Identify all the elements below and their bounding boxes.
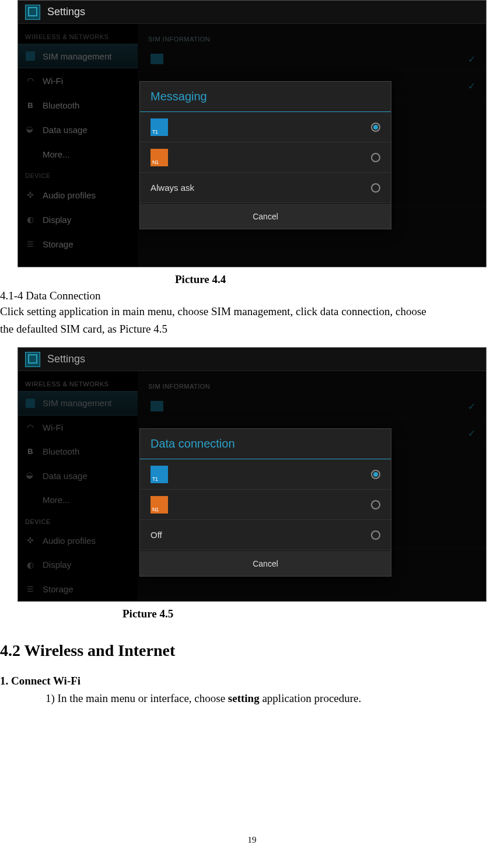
radio-icon[interactable] bbox=[371, 183, 380, 193]
cancel-button[interactable]: Cancel bbox=[140, 203, 391, 229]
data-connection-dialog: Data connection T1 N1 Off Cancel bbox=[139, 428, 391, 577]
body-paragraph: the defaulted SIM card, as Picture 4.5 bbox=[0, 321, 504, 337]
option-label: Off bbox=[150, 530, 363, 540]
radio-icon[interactable] bbox=[371, 500, 380, 509]
app-title: Settings bbox=[47, 353, 85, 365]
dialog-option-sim2[interactable]: N1 bbox=[140, 142, 391, 173]
titlebar: Settings bbox=[18, 348, 486, 371]
sim-blue-icon: T1 bbox=[150, 466, 168, 483]
dialog-title: Messaging bbox=[140, 82, 391, 112]
dialog-option-sim1[interactable]: T1 bbox=[140, 112, 391, 142]
figure-caption-4-5: Picture 4.5 bbox=[0, 607, 504, 620]
sim-orange-icon: N1 bbox=[150, 496, 168, 514]
text: application procedure. bbox=[260, 692, 362, 704]
dialog-option-sim2[interactable]: N1 bbox=[140, 490, 391, 520]
figure-caption-4-4: Picture 4.4 bbox=[0, 273, 504, 286]
radio-selected-icon[interactable] bbox=[371, 123, 380, 132]
screenshot-data-connection-dialog: Settings WIRELESS & NETWORKS SIM managem… bbox=[18, 347, 487, 602]
cancel-button[interactable]: Cancel bbox=[140, 550, 391, 576]
sim-blue-icon: T1 bbox=[150, 118, 168, 136]
heading-4-2: 4.2 Wireless and Internet bbox=[0, 641, 504, 660]
settings-icon bbox=[25, 5, 40, 20]
screenshot-messaging-dialog: Settings WIRELESS & NETWORKS SIM managem… bbox=[18, 0, 487, 267]
dialog-option-sim1[interactable]: T1 bbox=[140, 459, 391, 490]
messaging-dialog: Messaging T1 N1 Always ask Cancel bbox=[139, 81, 391, 229]
body-paragraph: Click setting application in main menu, … bbox=[0, 303, 504, 320]
option-label: Always ask bbox=[150, 183, 363, 193]
body-step: 1) In the main menu or interface, choose… bbox=[0, 690, 504, 707]
dialog-title: Data connection bbox=[140, 429, 391, 459]
radio-selected-icon[interactable] bbox=[371, 470, 380, 479]
radio-icon[interactable] bbox=[371, 530, 380, 540]
text-bold: setting bbox=[228, 692, 260, 704]
radio-icon[interactable] bbox=[371, 153, 380, 162]
dialog-option-always-ask[interactable]: Always ask bbox=[140, 173, 391, 203]
sim-orange-icon: N1 bbox=[150, 149, 168, 166]
dialog-option-off[interactable]: Off bbox=[140, 520, 391, 550]
text: 1) In the main menu or interface, choose bbox=[46, 692, 228, 704]
page-number: 19 bbox=[0, 835, 504, 845]
subsection-4-1-4: 4.1-4 Data Connection bbox=[0, 289, 504, 302]
titlebar: Settings bbox=[18, 1, 486, 24]
sub-heading-connect-wifi: 1. Connect Wi-Fi bbox=[0, 673, 504, 689]
settings-icon bbox=[25, 352, 40, 367]
app-title: Settings bbox=[47, 6, 85, 18]
